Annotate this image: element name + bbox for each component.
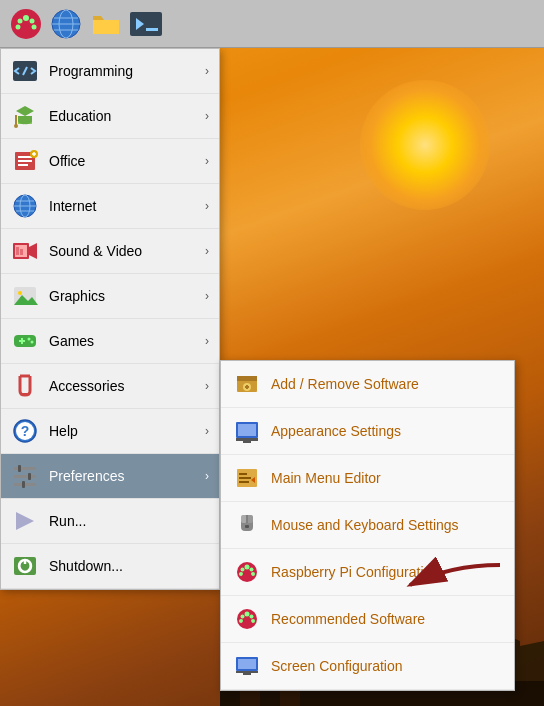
menu-item-label-preferences: Preferences bbox=[49, 468, 205, 484]
submenu-arrow-internet: › bbox=[205, 199, 209, 213]
sound-video-icon bbox=[11, 237, 39, 265]
svg-rect-95 bbox=[238, 659, 256, 669]
internet-icon bbox=[11, 192, 39, 220]
svg-text:?: ? bbox=[21, 423, 30, 439]
menu-item-preferences[interactable]: Preferences› bbox=[1, 454, 219, 499]
appearance-settings-submenu-icon bbox=[233, 417, 261, 445]
menu-item-internet[interactable]: Internet› bbox=[1, 184, 219, 229]
svg-rect-19 bbox=[15, 115, 17, 125]
svg-point-84 bbox=[239, 572, 243, 576]
submenu-item-label-raspberry-pi-config: Raspberry Pi Configuration bbox=[271, 564, 439, 580]
svg-rect-71 bbox=[239, 473, 247, 475]
menu-item-graphics[interactable]: Graphics› bbox=[1, 274, 219, 319]
svg-point-83 bbox=[250, 568, 254, 572]
mouse-keyboard-settings-submenu-icon bbox=[233, 511, 261, 539]
menu-item-label-accessories: Accessories bbox=[49, 378, 205, 394]
menu-item-games[interactable]: Games› bbox=[1, 319, 219, 364]
svg-point-89 bbox=[241, 615, 245, 619]
submenu-item-label-recommended-software: Recommended Software bbox=[271, 611, 425, 627]
svg-rect-72 bbox=[239, 477, 251, 479]
preferences-icon bbox=[11, 462, 39, 490]
submenu-arrow-office: › bbox=[205, 154, 209, 168]
svg-rect-55 bbox=[28, 473, 31, 480]
menu-item-label-graphics: Graphics bbox=[49, 288, 205, 304]
submenu-item-label-add-remove-software: Add / Remove Software bbox=[271, 376, 419, 392]
submenu-item-appearance-settings[interactable]: Appearance Settings bbox=[221, 408, 514, 455]
svg-point-6 bbox=[32, 24, 37, 29]
submenu-arrow-graphics: › bbox=[205, 289, 209, 303]
svg-rect-62 bbox=[237, 376, 257, 381]
recommended-software-submenu-icon bbox=[233, 605, 261, 633]
terminal-taskbar-icon[interactable] bbox=[128, 6, 164, 42]
svg-point-92 bbox=[251, 619, 255, 623]
submenu-item-recommended-software[interactable]: Recommended Software bbox=[221, 596, 514, 643]
submenu-item-label-main-menu-editor: Main Menu Editor bbox=[271, 470, 381, 486]
folder-taskbar-icon[interactable] bbox=[88, 6, 124, 42]
preferences-submenu: Add / Remove SoftwareAppearance Settings… bbox=[220, 360, 515, 691]
submenu-item-screen-configuration[interactable]: Screen Configuration bbox=[221, 643, 514, 690]
svg-rect-69 bbox=[243, 441, 251, 443]
svg-rect-52 bbox=[14, 475, 36, 478]
svg-rect-96 bbox=[243, 673, 251, 675]
submenu-arrow-games: › bbox=[205, 334, 209, 348]
svg-rect-79 bbox=[245, 525, 249, 528]
svg-rect-36 bbox=[16, 247, 19, 255]
svg-rect-47 bbox=[22, 393, 28, 396]
menu-item-office[interactable]: Office› bbox=[1, 139, 219, 184]
svg-rect-23 bbox=[18, 160, 32, 162]
submenu-arrow-accessories: › bbox=[205, 379, 209, 393]
raspberry-menu-button[interactable] bbox=[8, 6, 44, 42]
menu-item-run[interactable]: Run... bbox=[1, 499, 219, 544]
svg-rect-43 bbox=[19, 340, 25, 342]
screen-configuration-submenu-icon bbox=[233, 652, 261, 680]
submenu-item-raspberry-pi-config[interactable]: Raspberry Pi Configuration bbox=[221, 549, 514, 596]
svg-point-81 bbox=[245, 565, 250, 570]
menu-item-label-internet: Internet bbox=[49, 198, 205, 214]
svg-rect-54 bbox=[18, 465, 21, 472]
menu-item-sound-video[interactable]: Sound & Video› bbox=[1, 229, 219, 274]
svg-point-2 bbox=[23, 15, 29, 21]
svg-rect-24 bbox=[18, 164, 28, 166]
accessories-icon bbox=[11, 372, 39, 400]
svg-point-88 bbox=[245, 612, 250, 617]
help-icon: ? bbox=[11, 417, 39, 445]
svg-rect-56 bbox=[22, 481, 25, 488]
menu-item-programming[interactable]: Programming› bbox=[1, 49, 219, 94]
taskbar bbox=[0, 0, 544, 48]
submenu-item-mouse-keyboard-settings[interactable]: Mouse and Keyboard Settings bbox=[221, 502, 514, 549]
svg-rect-15 bbox=[146, 28, 158, 31]
globe-taskbar-icon[interactable] bbox=[48, 6, 84, 42]
menu-item-education[interactable]: Education› bbox=[1, 94, 219, 139]
menu-item-shutdown[interactable]: Shutdown... bbox=[1, 544, 219, 589]
svg-point-3 bbox=[18, 18, 23, 23]
svg-point-86 bbox=[242, 573, 252, 581]
office-icon bbox=[11, 147, 39, 175]
menu-item-label-sound-video: Sound & Video bbox=[49, 243, 205, 259]
svg-point-5 bbox=[16, 24, 21, 29]
menu-item-help[interactable]: ?Help› bbox=[1, 409, 219, 454]
svg-rect-68 bbox=[236, 438, 258, 441]
submenu-arrow-preferences: › bbox=[205, 469, 209, 483]
main-menu: Programming›Education›Office›Internet›So… bbox=[0, 48, 220, 590]
menu-item-label-shutdown: Shutdown... bbox=[49, 558, 209, 574]
svg-rect-13 bbox=[130, 12, 162, 36]
svg-point-44 bbox=[28, 338, 31, 341]
svg-rect-22 bbox=[18, 156, 32, 158]
run-icon bbox=[11, 507, 39, 535]
submenu-item-add-remove-software[interactable]: Add / Remove Software bbox=[221, 361, 514, 408]
svg-point-90 bbox=[250, 615, 254, 619]
svg-point-4 bbox=[30, 18, 35, 23]
svg-point-82 bbox=[241, 568, 245, 572]
svg-marker-35 bbox=[29, 243, 37, 259]
submenu-item-label-appearance-settings: Appearance Settings bbox=[271, 423, 401, 439]
education-icon bbox=[11, 102, 39, 130]
svg-rect-73 bbox=[239, 481, 249, 483]
sun-glow bbox=[360, 80, 490, 210]
submenu-arrow-sound-video: › bbox=[205, 244, 209, 258]
svg-point-39 bbox=[18, 291, 22, 295]
menu-item-label-office: Office bbox=[49, 153, 205, 169]
submenu-item-main-menu-editor[interactable]: Main Menu Editor bbox=[221, 455, 514, 502]
submenu-arrow-programming: › bbox=[205, 64, 209, 78]
svg-rect-37 bbox=[20, 249, 23, 255]
menu-item-accessories[interactable]: Accessories› bbox=[1, 364, 219, 409]
